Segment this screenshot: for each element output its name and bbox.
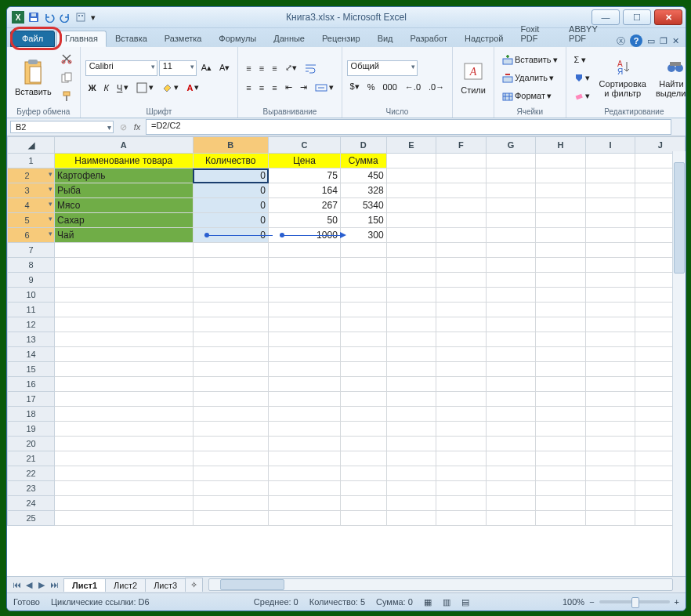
tab-view[interactable]: Вид	[369, 31, 402, 47]
row-header[interactable]: 24	[8, 496, 55, 511]
cell[interactable]	[386, 511, 436, 526]
cell[interactable]	[386, 496, 436, 511]
cell[interactable]	[193, 243, 269, 258]
cell[interactable]	[436, 183, 487, 198]
col-header[interactable]: E	[386, 137, 436, 154]
row-header[interactable]: 13	[8, 332, 55, 347]
cell[interactable]	[486, 243, 536, 258]
currency-button[interactable]: $▾	[347, 78, 363, 96]
cell[interactable]	[269, 347, 341, 362]
sheet-tab[interactable]: Лист1	[63, 578, 106, 592]
cell[interactable]	[55, 511, 194, 526]
cell[interactable]	[340, 332, 386, 347]
doc-close-icon[interactable]: ✕	[672, 36, 679, 46]
cell[interactable]	[269, 273, 341, 288]
cell[interactable]	[536, 273, 586, 288]
cell[interactable]: 267	[269, 198, 341, 213]
align-right-button[interactable]: ≡	[269, 79, 280, 96]
increase-decimal-button[interactable]: ←.0	[402, 78, 424, 96]
align-center-button[interactable]: ≡	[256, 79, 267, 96]
cell[interactable]	[269, 317, 341, 332]
fill-button[interactable]: ▾	[571, 69, 593, 86]
column-headers[interactable]: ◢ A B C D E F G H I J	[8, 137, 686, 154]
cell[interactable]	[386, 273, 436, 288]
cell[interactable]	[340, 466, 386, 481]
cell[interactable]	[536, 496, 586, 511]
cell[interactable]	[486, 273, 536, 288]
cell[interactable]	[436, 407, 487, 422]
cell[interactable]	[386, 317, 436, 332]
font-name-select[interactable]: Calibri	[85, 60, 157, 76]
row-header[interactable]: 21	[8, 451, 55, 466]
row-header[interactable]: 20	[8, 437, 55, 451]
cell[interactable]	[536, 347, 586, 362]
sheet-tab[interactable]: Лист3	[145, 578, 186, 592]
view-page-layout-icon[interactable]: ▥	[443, 597, 450, 607]
cell[interactable]	[436, 243, 487, 258]
shrink-font-button[interactable]: A▾	[216, 60, 233, 77]
cell[interactable]: 300	[340, 228, 386, 243]
cell[interactable]	[585, 332, 635, 347]
cell[interactable]	[269, 377, 341, 392]
row-header[interactable]: 16	[8, 377, 55, 392]
cell[interactable]	[536, 422, 586, 437]
cell[interactable]	[386, 213, 436, 228]
cell[interactable]	[269, 496, 341, 511]
row-header[interactable]: 10	[8, 288, 55, 303]
cell[interactable]	[269, 288, 341, 303]
cell[interactable]	[193, 347, 269, 362]
cell[interactable]	[436, 288, 487, 303]
cell[interactable]	[55, 437, 194, 451]
fill-color-button[interactable]: ▾	[158, 79, 182, 96]
cell[interactable]	[386, 243, 436, 258]
cell[interactable]	[55, 496, 194, 511]
cell[interactable]	[436, 377, 487, 392]
tab-abbyy[interactable]: ABBYY PDF	[560, 21, 617, 47]
row-header[interactable]: 5	[8, 213, 55, 228]
cell[interactable]	[486, 213, 536, 228]
cell[interactable]	[436, 511, 487, 526]
qat-more-icon[interactable]	[74, 11, 87, 24]
row-header[interactable]: 2	[8, 168, 55, 183]
view-page-break-icon[interactable]: ▤	[461, 597, 469, 607]
col-header[interactable]: A	[55, 137, 194, 154]
cell[interactable]	[536, 243, 586, 258]
cell[interactable]	[536, 511, 586, 526]
cell[interactable]	[340, 362, 386, 377]
zoom-slider[interactable]	[599, 600, 670, 603]
cell[interactable]	[386, 168, 436, 183]
cell[interactable]	[193, 362, 269, 377]
cell[interactable]	[536, 288, 586, 303]
col-header[interactable]: I	[585, 137, 635, 154]
font-color-button[interactable]: A▾	[183, 79, 202, 96]
cell[interactable]	[340, 303, 386, 317]
cell[interactable]	[269, 422, 341, 437]
tab-foxit[interactable]: Foxit PDF	[512, 21, 560, 47]
cell[interactable]	[436, 437, 487, 451]
cell[interactable]	[386, 228, 436, 243]
cell[interactable]: 5340	[340, 198, 386, 213]
cell[interactable]	[486, 481, 536, 496]
row-header[interactable]: 14	[8, 347, 55, 362]
wrap-text-button[interactable]	[302, 60, 320, 77]
cell[interactable]	[386, 422, 436, 437]
cell[interactable]	[585, 362, 635, 377]
sheet-tab[interactable]: Лист2	[105, 578, 146, 592]
cell[interactable]	[585, 377, 635, 392]
row-header[interactable]: 9	[8, 273, 55, 288]
cell[interactable]	[193, 451, 269, 466]
cell[interactable]	[585, 347, 635, 362]
cell[interactable]	[486, 347, 536, 362]
row-header[interactable]: 11	[8, 303, 55, 317]
cell[interactable]	[193, 466, 269, 481]
cell[interactable]	[386, 332, 436, 347]
cell[interactable]	[536, 466, 586, 481]
vertical-scrollbar[interactable]	[672, 151, 686, 576]
row-header[interactable]: 12	[8, 317, 55, 332]
cell[interactable]	[486, 422, 536, 437]
cell[interactable]	[486, 332, 536, 347]
styles-button[interactable]: A Стили	[458, 59, 489, 96]
cell[interactable]	[386, 377, 436, 392]
align-top-button[interactable]: ≡	[243, 60, 254, 77]
cell[interactable]	[436, 392, 487, 407]
